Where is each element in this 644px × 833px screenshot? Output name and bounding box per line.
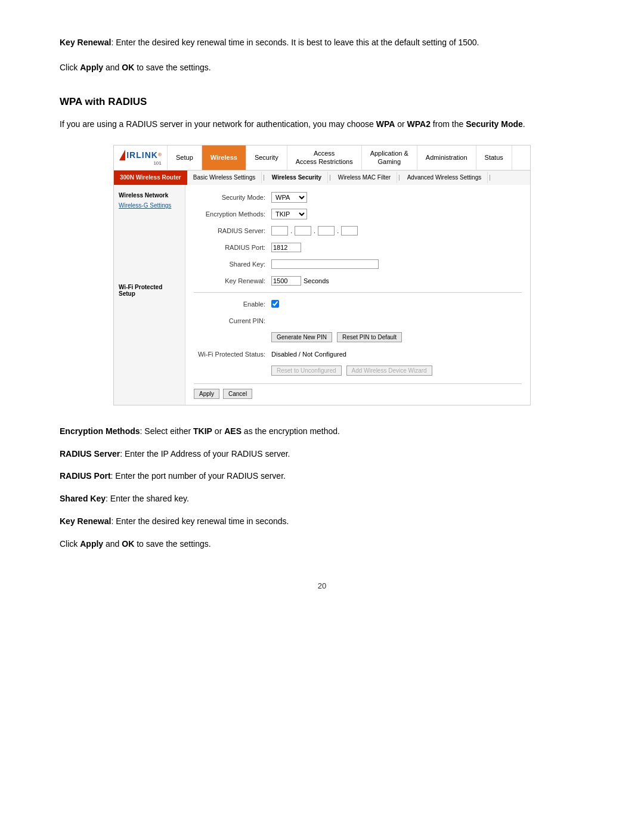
logo-star: ® [158,152,162,157]
intro-p1-rest: : Enter the desired key renewal time in … [111,38,479,47]
generate-pin-button[interactable]: Generate New PIN [271,332,332,342]
enable-checkbox[interactable] [271,300,279,308]
radius-input-group: . . . [271,226,358,236]
enable-row: Enable: [194,298,522,311]
form-actions: Apply Cancel [194,383,522,399]
router-body: Wireless Network Wireless-G Settings Wi-… [114,185,530,405]
reset-pin-button[interactable]: Reset PIN to Default [337,332,402,342]
key-renewal-row: Key Renewal: Seconds [194,274,522,287]
current-pin-label: Current PIN: [194,317,271,324]
security-mode-value: WPA WPA2 [271,192,307,203]
add-wireless-wizard-button[interactable]: Add Wireless Device Wizard [346,366,432,376]
logo-triangle-icon [119,150,125,160]
radius-port-value [271,243,301,252]
apply-button[interactable]: Apply [194,389,219,399]
enable-value [271,300,279,308]
below-radius-port: RADIUS Port: Enter the port number of yo… [60,469,584,484]
enable-label: Enable: [194,301,271,308]
intro-paragraph-1: Key Renewal: Enter the desired key renew… [60,36,584,49]
below-apply: Click Apply and OK to save the settings. [60,537,584,552]
radius-ip-4[interactable] [341,226,358,236]
page-number: 20 [60,581,584,590]
logo-container: IRLINK ® 101 [119,150,162,166]
sidebar-item-wireless-g[interactable]: Wireless-G Settings [114,201,185,210]
key-renewal-bold: Key Renewal [60,38,111,47]
cancel-button[interactable]: Cancel [223,389,252,399]
security-mode-select[interactable]: WPA WPA2 [271,192,307,203]
logo-airlink: IRLINK ® [119,150,162,160]
wps-status-text: Disabled / Not Configured [271,351,346,358]
sidebar-group-wps: Wi-Fi Protected Setup [114,281,185,299]
current-pin-row: Current PIN: [194,314,522,327]
wps-status-label: Wi-Fi Protected Status: [194,351,271,358]
below-shared-key: Shared Key: Enter the shared key. [60,492,584,506]
logo-text: IRLINK [126,150,158,160]
encryption-methods-row: Encryption Methods: TKIP AES [194,208,522,221]
key-renewal-label: Key Renewal: [194,277,271,284]
subnav-tab-security[interactable]: Wireless Security [266,172,328,183]
page-content: Key Renewal: Enter the desired key renew… [60,36,584,590]
below-radius-server: RADIUS Server: Enter the IP Address of y… [60,447,584,462]
radius-port-label: RADIUS Port: [194,244,271,251]
subnav-tab-advanced[interactable]: Advanced Wireless Settings [401,172,488,183]
intro-paragraph-2: Click Apply and OK to save the settings. [60,61,584,74]
key-renewal-unit: Seconds [304,277,329,284]
router-ui-screenshot: IRLINK ® 101 Setup Wireless Security Acc… [113,145,531,405]
wpa-radius-heading: WPA with RADIUS [60,96,584,108]
radius-ip-1[interactable] [271,226,288,236]
key-renewal-input[interactable] [271,276,301,286]
tab-status[interactable]: Status [476,145,512,170]
router-main-form: Security Mode: WPA WPA2 Encryption Metho… [185,185,530,405]
wps-action-buttons: Reset to Unconfigured Add Wireless Devic… [271,366,432,376]
shared-key-value [271,259,379,269]
radius-server-label: RADIUS Server: [194,227,271,234]
section-description: If you are using a RADIUS server in your… [60,117,584,131]
radius-ip-3[interactable] [318,226,335,236]
below-encryption: Encryption Methods: Select either TKIP o… [60,425,584,439]
security-mode-row: Security Mode: WPA WPA2 [194,191,522,204]
subnav-brand: 300N Wireless Router [114,171,187,185]
sidebar-group-wireless-network: Wireless Network [114,190,185,201]
subnav-tab-basic[interactable]: Basic Wireless Settings [187,172,262,183]
subnav-tab-mac[interactable]: Wireless MAC Filter [332,172,397,183]
tab-setup[interactable]: Setup [168,145,202,170]
tab-application-gaming[interactable]: Application &Gaming [362,145,417,170]
below-key-renewal: Key Renewal: Enter the desired key renew… [60,515,584,529]
key-renewal-value: Seconds [271,276,329,286]
wps-action-buttons-row: Reset to Unconfigured Add Wireless Devic… [194,364,522,377]
pin-buttons: Generate New PIN Reset PIN to Default [271,332,402,342]
security-mode-label: Security Mode: [194,194,271,201]
shared-key-row: Shared Key: [194,258,522,271]
router-subnav: 300N Wireless Router Basic Wireless Sett… [114,171,530,185]
router-logo: IRLINK ® 101 [114,145,168,170]
pin-buttons-row: Generate New PIN Reset PIN to Default [194,331,522,344]
tab-wireless[interactable]: Wireless [202,145,246,170]
encryption-methods-label: Encryption Methods: [194,210,271,218]
encryption-select[interactable]: TKIP AES [271,209,307,219]
logo-sub: 101 [153,160,161,166]
radius-port-row: RADIUS Port: [194,241,522,254]
encryption-methods-value: TKIP AES [271,209,307,219]
radius-port-input[interactable] [271,243,301,252]
tab-administration[interactable]: Administration [417,145,476,170]
radius-ip-2[interactable] [295,226,311,236]
tab-access-restrictions[interactable]: AccessAccess Restrictions [287,145,362,170]
subnav-tabs: Basic Wireless Settings | Wireless Secur… [187,171,530,185]
radius-server-inputs: . . . [271,226,358,236]
form-divider-1 [194,292,522,293]
tab-security[interactable]: Security [246,145,287,170]
wps-status-row: Wi-Fi Protected Status: Disabled / Not C… [194,348,522,361]
radius-server-row: RADIUS Server: . . . [194,224,522,237]
router-sidebar: Wireless Network Wireless-G Settings Wi-… [114,185,185,405]
shared-key-input[interactable] [271,259,379,269]
reset-unconfigured-button[interactable]: Reset to Unconfigured [271,366,342,376]
router-nav-tabs: Setup Wireless Security AccessAccess Res… [168,145,530,170]
shared-key-label: Shared Key: [194,261,271,268]
router-topnav: IRLINK ® 101 Setup Wireless Security Acc… [114,145,530,171]
wps-status-value: Disabled / Not Configured [271,351,346,358]
